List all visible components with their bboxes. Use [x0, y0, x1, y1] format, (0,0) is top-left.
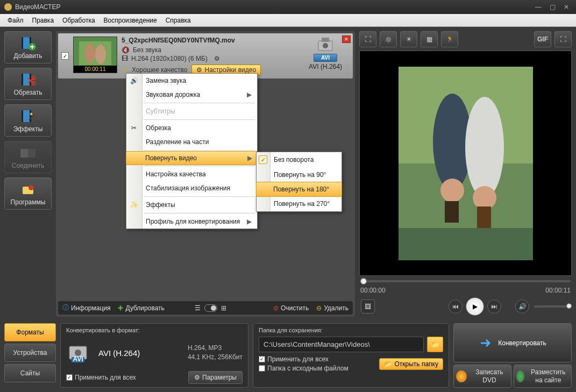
volume-knob[interactable]: [566, 303, 572, 309]
mute-button[interactable]: 🔊: [515, 300, 529, 313]
format-audio-line: 44,1 KHz, 256Кбит: [188, 353, 243, 362]
sub-rotate-90[interactable]: Повернуть на 90°: [257, 167, 342, 182]
rotate-submenu: ✓Без поворота Повернуть на 90° Повернуть…: [256, 152, 342, 212]
apply-all-format-checkbox[interactable]: ✓Применить для всех: [66, 374, 136, 381]
menu-help[interactable]: Справка: [161, 15, 195, 26]
snapshot-button[interactable]: 🖼: [361, 300, 375, 313]
duplicate-button[interactable]: ✚Дублировать: [118, 304, 164, 312]
publish-site-button[interactable]: Разместить на сайте: [514, 365, 572, 388]
remove-file-button[interactable]: ✕: [342, 35, 351, 43]
ctx-rotate[interactable]: Повернуть видео▶: [126, 151, 258, 165]
format-panel: Конвертировать в формат: AVI AVI (H.264)…: [60, 323, 248, 388]
menu-file[interactable]: Файл: [3, 15, 28, 26]
delete-button[interactable]: ⊖Удалить: [316, 304, 349, 312]
info-button[interactable]: ⓘИнформация: [62, 303, 110, 312]
window-title: ВидеоМАСТЕР: [15, 3, 60, 11]
apply-all-save-checkbox[interactable]: ✓Применить для всех: [259, 355, 349, 363]
globe-icon: [516, 370, 524, 382]
brightness-tool-button[interactable]: ☀: [400, 31, 417, 47]
folder-open-icon: 📂: [384, 360, 392, 368]
ctx-effects[interactable]: ✨Эффекты: [126, 198, 257, 212]
ctx-crop[interactable]: ✂Обрезка: [126, 121, 257, 135]
prev-button[interactable]: ⏮: [449, 300, 463, 313]
trim-button[interactable]: Обрезать: [4, 68, 52, 100]
target-icon: ◎: [386, 35, 391, 43]
format-name[interactable]: AVI (H.264): [98, 348, 181, 358]
view-toggle-icon[interactable]: [204, 304, 217, 312]
sun-icon: ☀: [122, 66, 127, 74]
sub-rotate-180[interactable]: Повернуть на 180°: [256, 182, 342, 197]
svg-text:AVI: AVI: [73, 355, 83, 363]
view-list-icon[interactable]: ☰: [194, 304, 202, 312]
file-quality: Хорошее качество: [132, 66, 187, 74]
app-logo-icon: [4, 3, 12, 11]
video-preview[interactable]: [359, 51, 572, 276]
parameters-button[interactable]: ⚙Параметры: [188, 371, 243, 384]
source-folder-checkbox[interactable]: Папка с исходным файлом: [259, 365, 349, 372]
file-checkbox[interactable]: ✓: [61, 52, 69, 60]
file-row[interactable]: ✓ 00:00:11 5_Q2xpcHNfSEQ0NDY0NTVfMQ.mov …: [58, 33, 353, 79]
speaker-muted-icon: 🔇: [122, 46, 130, 54]
add-button[interactable]: Добавить: [4, 31, 52, 63]
menu-process[interactable]: Обработка: [58, 15, 99, 26]
volume-slider[interactable]: [534, 305, 572, 308]
format-badge: AVI: [314, 54, 337, 62]
programs-button[interactable]: Программы: [4, 177, 52, 210]
play-button[interactable]: ▶: [466, 297, 484, 316]
ctx-split[interactable]: Разделение на части: [126, 135, 257, 149]
tab-formats[interactable]: Форматы: [4, 323, 56, 341]
submenu-arrow-icon: ▶: [247, 91, 252, 98]
seek-slider[interactable]: [359, 276, 572, 287]
menu-play[interactable]: Воспроизведение: [99, 15, 161, 26]
ctx-replace-audio[interactable]: 🔊Замена звука: [126, 74, 257, 88]
left-toolbar: Добавить Обрезать Эффекты Соединить Прог…: [4, 31, 52, 317]
sub-rotate-270[interactable]: Повернуть на 270°: [257, 196, 342, 211]
clear-button[interactable]: ⊘Очистить: [273, 304, 309, 312]
crop-tool-button[interactable]: ⛶: [359, 31, 376, 47]
open-folder-button[interactable]: 📂Открыть папку: [379, 358, 443, 370]
sub-no-rotation[interactable]: ✓Без поворота: [257, 152, 342, 167]
text-tool-button[interactable]: ▦: [421, 31, 438, 47]
fullscreen-tool-button[interactable]: ⛶: [554, 31, 572, 47]
maximize-button[interactable]: ▢: [547, 3, 558, 11]
enhance-tool-button[interactable]: ◎: [380, 31, 397, 47]
svg-rect-10: [22, 110, 23, 122]
ctx-profile[interactable]: Профиль для конвертирования▶: [126, 215, 257, 229]
format-codec-line: H.264, MP3: [188, 344, 243, 353]
runner-icon: 🏃: [446, 35, 454, 43]
plus-icon: ✚: [118, 304, 123, 312]
menu-edit[interactable]: Правка: [28, 15, 59, 26]
tab-devices[interactable]: Устройства: [4, 344, 56, 362]
crop-icon: ⛶: [365, 35, 371, 43]
svg-rect-11: [30, 110, 31, 122]
seek-knob[interactable]: [360, 278, 367, 284]
close-button[interactable]: ✕: [561, 3, 572, 11]
info-icon: ⓘ: [62, 303, 69, 312]
brightness-icon: ☀: [406, 35, 412, 43]
gif-tool-button[interactable]: GIF: [534, 31, 551, 47]
audio-replace-icon: 🔊: [129, 75, 139, 86]
save-path-input[interactable]: C:\Users\ContentManager\Videos\: [259, 337, 424, 352]
ctx-stabilize[interactable]: Стабилизация изображения: [126, 181, 257, 195]
view-grid-icon[interactable]: ⊞: [219, 304, 228, 312]
tab-sites[interactable]: Сайты: [4, 364, 56, 382]
svg-point-19: [95, 45, 106, 64]
svg-rect-31: [477, 206, 491, 228]
folder-icon: 📁: [431, 341, 439, 348]
effects-button[interactable]: Эффекты: [4, 104, 52, 137]
ctx-quality[interactable]: Настройка качества: [126, 167, 257, 181]
settings-small-icon[interactable]: ⚙: [214, 55, 220, 62]
svg-rect-1: [22, 37, 23, 49]
burn-dvd-button[interactable]: Записать DVD: [453, 365, 511, 388]
minimize-button[interactable]: —: [533, 3, 544, 11]
ctx-audio-track[interactable]: Звуковая дорожка▶: [126, 88, 257, 102]
speed-tool-button[interactable]: 🏃: [441, 31, 458, 47]
browse-button[interactable]: 📁: [427, 337, 443, 352]
file-list-panel: ✓ 00:00:11 5_Q2xpcHNfSEQ0NDY0NTVfMQ.mov …: [56, 31, 355, 317]
speaker-icon: 🔊: [518, 303, 527, 310]
convert-button[interactable]: Конвертировать: [453, 323, 572, 362]
menu-bar: Файл Правка Обработка Воспроизведение Сп…: [0, 14, 576, 27]
clear-icon: ⊘: [273, 304, 279, 312]
next-button[interactable]: ⏭: [487, 300, 501, 313]
save-panel-header: Папка для сохранения:: [259, 327, 443, 333]
